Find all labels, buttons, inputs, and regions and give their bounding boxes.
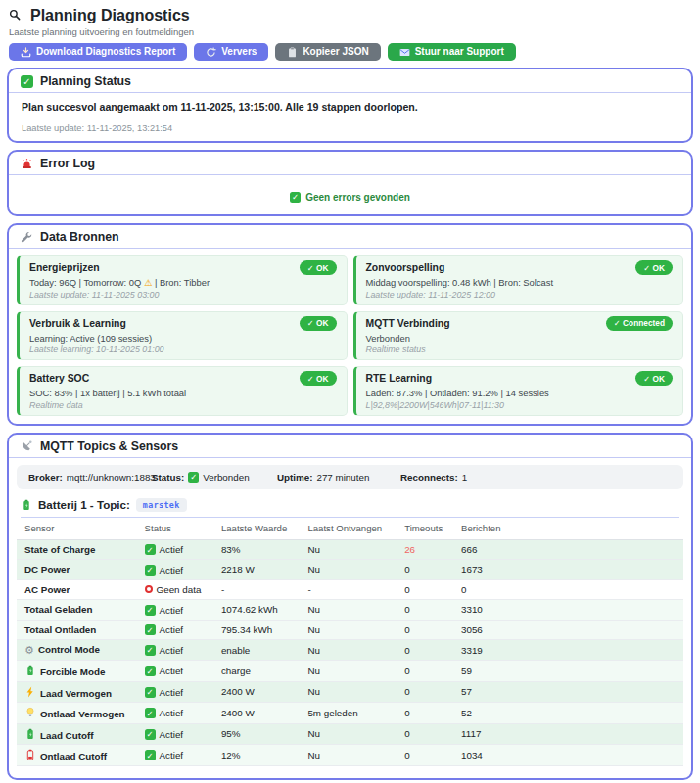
button-icon — [287, 47, 298, 58]
column-header: Berichten — [453, 518, 683, 540]
stat-label: Status: — [152, 472, 184, 483]
column-header: Timeouts — [397, 518, 453, 540]
source-card-title: Zonvoorspelling — [366, 262, 445, 273]
source-card: Verbruik & Learning ✓ OK Learning: Activ… — [17, 311, 348, 361]
last-value-cell: 83% — [213, 539, 301, 560]
timeouts-cell: 26 — [397, 539, 453, 560]
last-received-cell: Nu — [300, 539, 397, 560]
page-subtitle: Laatste planning uitvoering en foutmeldi… — [9, 26, 693, 37]
last-received-cell: 5m geleden — [300, 703, 397, 724]
page-root: Planning Diagnostics Laatste planning ui… — [0, 0, 700, 783]
status-icon: ✓ — [145, 544, 156, 555]
stat-label: Reconnects: — [400, 472, 458, 483]
sensor-row: AC Power Geen data - - 0 0 — [17, 579, 683, 600]
messages-cell: 52 — [453, 703, 683, 724]
last-value-cell: 2400 W — [213, 681, 301, 703]
refresh-button[interactable]: Ververs — [194, 43, 268, 61]
source-card-meta: Realtime data — [29, 400, 337, 410]
last-value-cell: 2218 W — [213, 560, 301, 580]
data-sources-grid: Energieprijzen ✓ OK Today: 96Q | Tomorro… — [9, 249, 691, 424]
sensor-row: DC Power ✓Actief 2218 W Nu 0 1673 — [17, 560, 683, 580]
source-card-detail: Middag voorspelling: 0.48 kWh | Bron: So… — [366, 277, 674, 288]
last-value-cell: - — [213, 579, 301, 600]
planning-status-body: Plan succesvol aangemaakt om 11-11-2025,… — [9, 93, 691, 141]
sensor-row: State of Charge ✓Actief 83% Nu 26 666 — [17, 539, 683, 560]
status-icon: ✓ — [145, 687, 156, 698]
source-card-title: Battery SOC — [29, 373, 89, 384]
sensor-name: Control Mode — [38, 644, 100, 655]
stat-value: mqtt://unknown:1883 — [67, 472, 156, 483]
source-card: MQTT Verbinding ✓ Connected Verbonden Re… — [353, 311, 684, 361]
sensor-name: Forcible Mode — [40, 667, 105, 677]
status-icon: ✓ — [145, 729, 156, 740]
last-received-cell: Nu — [300, 745, 397, 766]
broker-stat: Broker: mqtt://unknown:1883 — [28, 472, 152, 483]
topic-code-badge: marstek — [136, 498, 187, 512]
source-card: Energieprijzen ✓ OK Today: 96Q | Tomorro… — [17, 255, 348, 305]
send-support-button[interactable]: Stuur naar Support — [388, 43, 516, 61]
planning-status-section: ✓ Planning Status Plan succesvol aangema… — [7, 68, 693, 143]
timeouts-cell: 0 — [397, 723, 453, 745]
sensor-name: Laad Cutoff — [40, 729, 93, 740]
sensor-row: Laad Cutoff ✓Actief 95% Nu 0 1117 — [17, 723, 683, 745]
status-text: Actief — [160, 544, 184, 555]
status-badge: ✓ OK — [300, 316, 337, 331]
status-text: Actief — [160, 729, 184, 740]
last-value-cell: 12% — [213, 745, 301, 766]
download-report-button[interactable]: Download Diagnostics Report — [9, 43, 187, 61]
check-icon: ✓ — [21, 75, 33, 88]
source-card-title: Energieprijzen — [29, 262, 100, 273]
battery-icon — [21, 499, 32, 511]
status-text: Actief — [160, 605, 184, 616]
sensor-name: Ontlaad Vermogen — [40, 709, 125, 719]
source-card-meta: Laatste update: 11-11-2025 03:00 — [29, 290, 337, 299]
last-received-cell: - — [300, 579, 397, 600]
sensor-row: Forcible Mode ✓Actief charge Nu 0 59 — [17, 661, 683, 682]
timeouts-cell: 0 — [397, 661, 453, 682]
sensor-name: State of Charge — [24, 544, 95, 555]
messages-cell: 3056 — [453, 620, 683, 640]
broker-status-bar: Broker: mqtt://unknown:1883 Status: ✓ Ve… — [17, 465, 683, 489]
data-sources-head: Data Bronnen — [9, 225, 691, 249]
sensor-row: Totaal Geladen ✓Actief 1074.62 kWh Nu 0 … — [17, 600, 683, 621]
messages-cell: 57 — [453, 681, 683, 703]
messages-cell: 1034 — [453, 745, 683, 766]
stat-icon: ✓ — [188, 472, 199, 483]
button-icon — [206, 47, 216, 58]
sensor-icon — [24, 709, 40, 719]
last-update-text: Laatste update: 11-11-2025, 13:21:54 — [22, 123, 678, 133]
timeouts-cell: 0 — [397, 600, 453, 621]
stat-label: Broker: — [28, 472, 63, 483]
siren-icon — [21, 158, 33, 170]
table-header-row: SensorStatusLaatste WaardeLaatst Ontvang… — [17, 518, 683, 540]
source-card-title: RTE Learning — [366, 373, 433, 384]
button-icon — [21, 47, 31, 58]
mqtt-body: Broker: mqtt://unknown:1883 Status: ✓ Ve… — [9, 458, 691, 778]
sensor-name: Totaal Ontladen — [24, 624, 96, 635]
messages-cell: 0 — [453, 579, 683, 600]
broker-stat: Reconnects: 1 — [400, 472, 672, 483]
button-label: Download Diagnostics Report — [36, 46, 175, 58]
status-icon: ✓ — [145, 666, 156, 676]
error-log-head: Error Log — [9, 152, 691, 175]
last-received-cell: Nu — [300, 723, 397, 745]
section-title: MQTT Topics & Sensors — [40, 439, 178, 453]
column-header: Laatst Ontvangen — [300, 518, 397, 540]
timeouts-cell: 0 — [397, 681, 453, 703]
status-icon — [145, 585, 153, 593]
page-title: Planning Diagnostics — [9, 7, 693, 24]
last-received-cell: Nu — [300, 661, 397, 682]
column-header: Status — [137, 518, 213, 540]
sensor-name: Laad Vermogen — [40, 687, 112, 698]
sensor-row: Ontlaad Cutoff ✓Actief 12% Nu 0 1034 — [17, 745, 683, 766]
source-card: RTE Learning ✓ OK Laden: 87.3% | Ontlade… — [353, 366, 684, 416]
sensor-icon — [24, 667, 40, 677]
copy-json-button[interactable]: Kopieer JSON — [275, 43, 380, 61]
source-card: Zonvoorspelling ✓ OK Middag voorspelling… — [353, 255, 684, 305]
timeouts-cell: 0 — [397, 579, 453, 600]
header-actions: Download Diagnostics Report Ververs Kopi… — [9, 43, 693, 61]
last-received-cell: Nu — [300, 560, 397, 580]
status-text: Actief — [160, 708, 184, 718]
satellite-icon — [21, 439, 33, 452]
status-text: Actief — [160, 666, 184, 676]
